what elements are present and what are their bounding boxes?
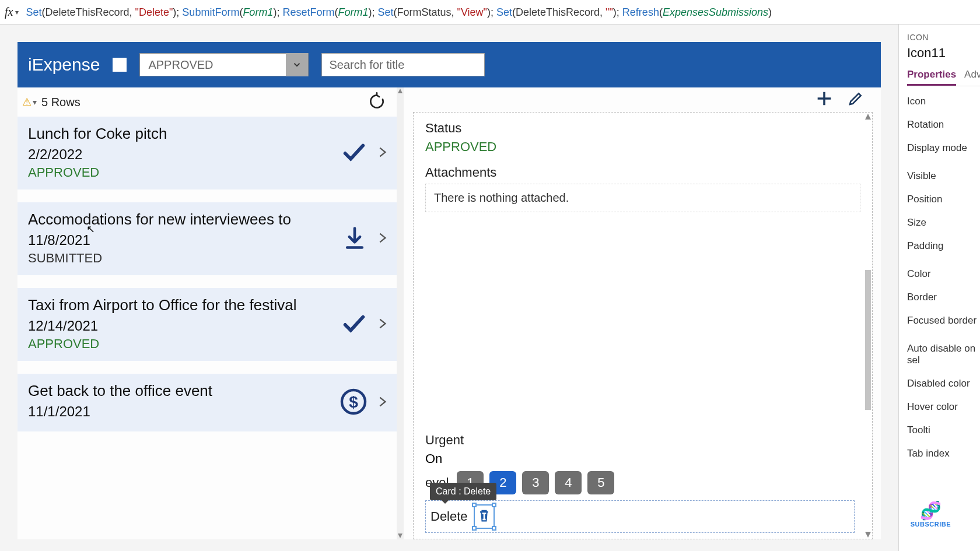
formula-bar[interactable]: fx ▾ Set(DeleteThisRecord, "Delete"); Su…	[0, 0, 980, 24]
fx-dropdown-caret[interactable]: ▾	[15, 8, 19, 16]
formula-text[interactable]: Set(DeleteThisRecord, "Delete"); SubmitF…	[26, 6, 772, 19]
fx-label: fx	[5, 5, 13, 19]
